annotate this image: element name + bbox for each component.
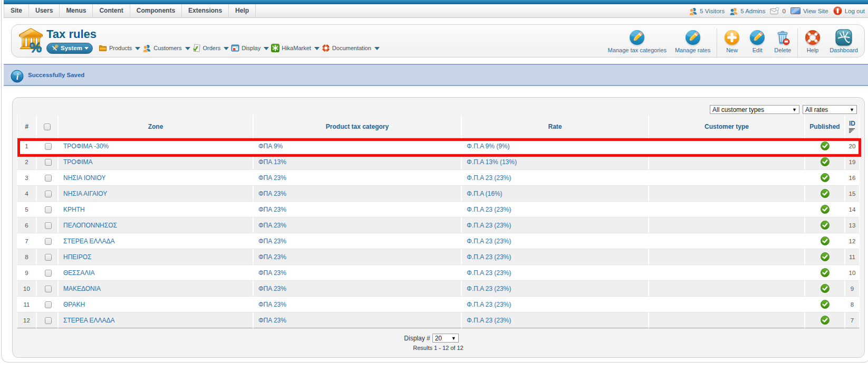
menu-item-site[interactable]: Site [4,4,29,17]
rate-link[interactable]: Φ.Π.Α 23 (23%) [467,269,511,277]
tax-category-link[interactable]: ΦΠΑ 13% [258,158,286,166]
tax-category-link[interactable]: ΦΠΑ 9% [258,143,283,150]
row-checkbox[interactable] [45,222,52,229]
published-check-icon[interactable] [821,157,830,166]
column-header-published[interactable]: Published [805,115,845,138]
column-header-rate[interactable]: Rate [461,115,649,138]
delete-button[interactable]: Delete [770,27,795,53]
menu-item-help[interactable]: Help [229,4,256,17]
zone-link[interactable]: ΚΡΗΤΗ [63,206,85,213]
zone-link[interactable]: ΠΕΛΟΠΟΝΝΗΣΟΣ [63,222,117,229]
row-checkbox[interactable] [45,317,52,324]
display-count-label: Display # [404,335,430,342]
tax-category-link[interactable]: ΦΠΑ 23% [258,253,286,261]
display-count-select[interactable]: 20 ▼ [432,334,459,343]
system-menu-button[interactable]: System [46,43,93,54]
published-check-icon[interactable] [821,189,830,198]
admins-status[interactable]: 5 Admins [729,7,765,15]
menu-item-content[interactable]: Content [93,4,130,17]
row-checkbox[interactable] [45,286,52,292]
select-all-checkbox[interactable] [44,124,51,130]
row-checkbox[interactable] [45,270,52,277]
row-checkbox[interactable] [45,191,52,197]
rate-link[interactable]: Φ.Π.Α (16%) [467,190,503,197]
row-checkbox[interactable] [45,175,52,182]
view-site-link[interactable]: View Site [790,7,828,14]
zone-link[interactable]: ΘΡΑΚΗ [63,301,85,308]
menu-item-menus[interactable]: Menus [60,4,93,17]
zone-link[interactable]: ΗΠΕΙΡΟΣ [63,253,91,261]
menu-hikamarket[interactable]: HikaMarket [271,44,320,52]
customer-type-filter-value: All customer types [712,106,764,113]
zone-link[interactable]: ΘΕΣΣΑΛΙΑ [63,269,95,277]
rate-link[interactable]: Φ.Π.Α 9% (9%) [467,143,510,150]
rate-link[interactable]: Φ.Π.Α 23 (23%) [467,317,511,324]
menu-item-users[interactable]: Users [29,4,60,17]
rate-link[interactable]: Φ.Π.Α 23 (23%) [467,253,511,261]
manage-tax-categories-button[interactable]: Manage tax categories [604,27,671,53]
published-check-icon[interactable] [821,221,830,230]
tax-category-link[interactable]: ΦΠΑ 23% [258,238,286,245]
zone-link[interactable]: ΜΑΚΕΔΟΝΙΑ [63,285,101,292]
zone-link[interactable]: ΝΗΣΙΑ ΑΙΓΑΙΟΥ [63,190,107,197]
tax-category-link[interactable]: ΦΠΑ 23% [258,269,286,277]
published-check-icon[interactable] [821,141,830,150]
help-button[interactable]: Help [800,27,825,53]
dashboard-button[interactable]: Dashboard [825,27,862,53]
row-checkbox[interactable] [45,254,52,261]
rate-link[interactable]: Φ.Π.Α 13% (13%) [467,158,517,166]
rates-filter[interactable]: All rates ▼ [803,105,857,114]
rate-link[interactable]: Φ.Π.Α 23 (23%) [467,206,511,213]
tax-category-link[interactable]: ΦΠΑ 23% [258,190,286,197]
edit-button[interactable]: Edit [745,27,770,53]
tax-category-link[interactable]: ΦΠΑ 23% [258,317,286,324]
tax-category-link[interactable]: ΦΠΑ 23% [258,301,286,308]
published-check-icon[interactable] [821,316,830,325]
zone-link[interactable]: ΤΡΟΦΙΜΑ [63,158,93,166]
published-check-icon[interactable] [821,205,830,214]
column-header-category[interactable]: Product tax category [253,115,461,138]
visitors-status[interactable]: 5 Visitors [689,7,725,15]
customer-type-filter[interactable]: All customer types ▼ [710,105,799,114]
tax-category-cell: ΦΠΑ 23% [253,186,461,202]
published-check-icon[interactable] [821,284,830,293]
menu-orders[interactable]: Orders [192,44,229,52]
rate-link[interactable]: Φ.Π.Α 23 (23%) [467,222,511,229]
row-checkbox[interactable] [45,238,52,245]
published-check-icon[interactable] [821,173,830,182]
published-check-icon[interactable] [821,236,830,245]
menu-item-components[interactable]: Components [130,4,182,17]
log-out-link[interactable]: Log out [833,6,865,15]
published-check-icon[interactable] [821,252,830,261]
zone-link[interactable]: ΣΤΕΡΕΑ ΕΛΛΑΔΑ [63,238,115,245]
zone-link[interactable]: ΣΤΕΡΕΑ ΕΛΛΑΔΑ [63,317,115,324]
rate-link[interactable]: Φ.Π.Α 23 (23%) [467,301,511,308]
row-checkbox[interactable] [45,159,52,166]
rate-link[interactable]: Φ.Π.Α 23 (23%) [467,238,511,245]
zone-link[interactable]: ΝΗΣΙΑ ΙΟΝΙΟΥ [63,174,105,182]
tax-category-link[interactable]: ΦΠΑ 23% [258,285,286,292]
zone-link[interactable]: ΤΡΟΦΙΜΑ -30% [63,143,109,150]
tax-category-link[interactable]: ΦΠΑ 23% [258,206,286,213]
menu-item-extensions[interactable]: Extensions [182,4,229,17]
rate-link[interactable]: Φ.Π.Α 23 (23%) [467,285,511,292]
published-check-icon[interactable] [821,268,830,277]
messages-status[interactable]: 0 [770,7,785,15]
menu-documentation[interactable]: Documentation [322,44,380,52]
rate-link[interactable]: Φ.Π.Α 23 (23%) [467,174,511,182]
id-cell: 20 [845,138,860,154]
menu-customers[interactable]: Customers [142,44,190,52]
row-checkbox[interactable] [45,206,52,213]
column-header-id[interactable]: ID [845,115,860,138]
manage-rates-button[interactable]: Manage rates [671,27,715,53]
published-check-icon[interactable] [821,300,830,309]
tax-category-link[interactable]: ΦΠΑ 23% [258,174,286,182]
row-checkbox[interactable] [45,143,52,150]
column-header-zone[interactable]: Zone [58,115,253,138]
menu-display[interactable]: Display [231,44,269,52]
row-checkbox[interactable] [45,301,52,308]
menu-products[interactable]: Products [99,44,140,52]
new-button[interactable]: New [719,27,745,53]
column-header-customer-type[interactable]: Customer type [649,115,805,138]
tax-category-link[interactable]: ΦΠΑ 23% [258,222,286,229]
